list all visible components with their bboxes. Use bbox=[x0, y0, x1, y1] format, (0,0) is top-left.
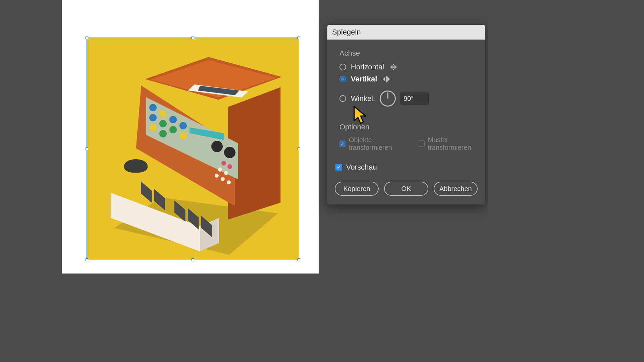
flip-vertical-icon bbox=[382, 74, 391, 84]
radio-angle[interactable] bbox=[339, 95, 346, 102]
horizontal-label: Horizontal bbox=[351, 63, 384, 71]
preview-checkbox[interactable] bbox=[335, 164, 342, 171]
axis-horizontal-row[interactable]: Horizontal bbox=[339, 62, 485, 72]
preview-row[interactable]: Vorschau bbox=[335, 163, 485, 172]
axis-section-title: Achse bbox=[339, 49, 485, 58]
synthesizer-illustration bbox=[94, 44, 292, 255]
axis-angle-row[interactable]: Winkel: bbox=[339, 90, 485, 107]
flip-horizontal-icon bbox=[389, 62, 398, 72]
axis-vertical-row[interactable]: Vertikal bbox=[339, 74, 485, 84]
reflect-dialog: Spiegeln Achse Horizontal Vertikal Winke… bbox=[327, 25, 485, 204]
cancel-button[interactable]: Abbrechen bbox=[434, 182, 478, 196]
preview-label: Vorschau bbox=[346, 163, 377, 172]
angle-input[interactable] bbox=[400, 93, 429, 105]
radio-horizontal[interactable] bbox=[339, 64, 346, 70]
transform-objects-checkbox bbox=[339, 140, 345, 147]
angle-label: Winkel: bbox=[351, 94, 375, 103]
vertical-label: Vertikal bbox=[351, 75, 377, 83]
ok-button[interactable]: OK bbox=[384, 182, 428, 196]
transform-patterns-checkbox bbox=[419, 140, 425, 147]
transform-patterns-label: Muster transformieren bbox=[428, 136, 485, 152]
options-section-title: Optionen bbox=[339, 123, 485, 131]
radio-vertical[interactable] bbox=[339, 76, 346, 82]
dialog-title: Spiegeln bbox=[327, 25, 485, 40]
copy-button[interactable]: Kopieren bbox=[335, 182, 379, 196]
transform-objects-label: Objekte transformieren bbox=[349, 136, 408, 152]
angle-dial-icon[interactable] bbox=[380, 90, 396, 107]
